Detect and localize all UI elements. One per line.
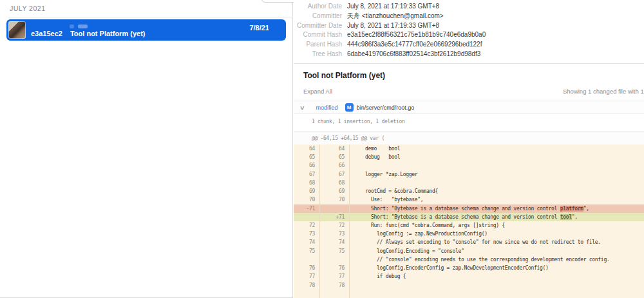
diff-line: 6464 demo bool bbox=[294, 144, 644, 153]
code-text: if debug { bbox=[350, 272, 644, 281]
code-text: Run: func(cmd *cobra.Command, args []str… bbox=[350, 221, 644, 230]
metadata-label: Committer bbox=[294, 12, 342, 21]
old-line-number: 65 bbox=[294, 153, 320, 161]
file-diff-header[interactable]: ∨ modified M bin/server/cmd/root.go bbox=[294, 101, 644, 114]
code-text: logConfig.EncoderConfig = zap.NewDevelop… bbox=[350, 264, 644, 272]
metadata-row: Parent Hash444c986f3a3e5c14777cff0e2e066… bbox=[294, 40, 644, 50]
old-line-number: 64 bbox=[294, 144, 320, 153]
hunk-header-text: @@ -64,15 +64,15 @@ var ( bbox=[312, 135, 384, 141]
code-text: // "console" encoding needs to use the c… bbox=[350, 255, 644, 264]
chevron-down-icon[interactable]: ∨ bbox=[299, 104, 305, 111]
metadata-value: July 8, 2021 at 17:19:33 GMT+8 bbox=[347, 2, 439, 12]
code-text bbox=[350, 161, 644, 170]
new-line-number: 68 bbox=[320, 179, 350, 187]
new-line-number: +71 bbox=[320, 213, 350, 221]
metadata-label: Committer Date bbox=[294, 21, 342, 31]
code-text: logConfig.Encoding = "console" bbox=[350, 247, 644, 255]
diff-line: 6868 bbox=[294, 179, 644, 187]
commit-date: 7/8/21 bbox=[249, 24, 269, 32]
diff-line: 7575 logConfig.Encoding = "console" bbox=[294, 247, 644, 255]
new-line-number: 67 bbox=[320, 170, 350, 179]
hunk-header: @@ -64,15 +64,15 @@ var ( bbox=[294, 131, 644, 144]
metadata-label: Parent Hash bbox=[294, 40, 342, 50]
metadata-value: e3a15ec2f88f56321c75e1b81b9c740e6da9b0a0 bbox=[347, 30, 486, 40]
commit-detail-panel: Author DateJuly 8, 2021 at 17:19:33 GMT+… bbox=[294, 0, 644, 298]
diff-line: 7777 if debug { bbox=[294, 272, 644, 281]
commit-list-item[interactable]: 7/8/21 e3a15ec2Tool not Platform (yet) bbox=[6, 19, 286, 41]
diff-line: 7272 Run: func(cmd *cobra.Command, args … bbox=[294, 221, 644, 230]
commit-metadata: Author DateJuly 8, 2021 at 17:19:33 GMT+… bbox=[294, 2, 644, 59]
new-line-number: 76 bbox=[320, 264, 350, 272]
old-line-number: 73 bbox=[294, 230, 320, 238]
avatar bbox=[8, 21, 26, 39]
old-line-number bbox=[294, 213, 320, 221]
diff-line: 7070 Use: "bytebase", bbox=[294, 195, 644, 204]
metadata-row: Committer天舟 <tianzhouchen@gmail.com> bbox=[294, 12, 644, 21]
diff-line: 6969 rootCmd = &cobra.Command{ bbox=[294, 187, 644, 195]
app-window: JULY 2021 7/8/21 e3a15ec2Tool not Platfo… bbox=[0, 0, 644, 298]
old-line-number: 67 bbox=[294, 170, 320, 179]
diff-line: 6565 debug bool bbox=[294, 153, 644, 161]
new-line-number: 74 bbox=[320, 238, 350, 246]
commit-list-panel: JULY 2021 7/8/21 e3a15ec2Tool not Platfo… bbox=[0, 0, 293, 298]
metadata-label: Tree Hash bbox=[294, 50, 342, 59]
redacted-badge bbox=[78, 25, 88, 28]
old-line-number: -71 bbox=[294, 204, 320, 213]
old-line-number: 68 bbox=[294, 179, 320, 187]
diff-line: 7474 // Always set encoding to "console"… bbox=[294, 238, 644, 246]
code-text bbox=[350, 290, 644, 298]
code-text: demo bool bbox=[350, 144, 644, 153]
word-diff-highlight: platform bbox=[560, 206, 583, 212]
new-line-number: 72 bbox=[320, 221, 350, 230]
expand-all-button[interactable]: Expand All bbox=[303, 88, 332, 95]
code-text: // Always set encoding to "console" for … bbox=[350, 238, 644, 246]
commit-message: Tool not Platform (yet) bbox=[70, 30, 146, 37]
code-text: rootCmd = &cobra.Command{ bbox=[350, 187, 644, 195]
redacted-badge bbox=[70, 25, 74, 28]
diff-line: // "console" encoding needs to use the c… bbox=[294, 255, 644, 264]
new-line-number: 66 bbox=[320, 161, 350, 170]
new-line-number: 77 bbox=[320, 272, 350, 281]
metadata-label: Author Date bbox=[294, 2, 342, 12]
code-text bbox=[350, 281, 644, 290]
metadata-divider bbox=[294, 63, 644, 64]
old-line-number: 78 bbox=[294, 281, 320, 290]
new-line-number bbox=[320, 255, 350, 264]
file-path: bin/server/cmd/root.go bbox=[357, 104, 415, 111]
new-line-number: 75 bbox=[320, 247, 350, 255]
code-text: logger *zap.Logger bbox=[350, 170, 644, 179]
new-line-number: 70 bbox=[320, 195, 350, 204]
old-line-number bbox=[294, 290, 320, 298]
metadata-row: Commit Hashe3a15ec2f88f56321c75e1b81b9c7… bbox=[294, 30, 644, 40]
diff-line: 6666 bbox=[294, 161, 644, 170]
diff-line: 7373 logConfig := zap.NewProductionConfi… bbox=[294, 230, 644, 238]
old-line-number: 70 bbox=[294, 195, 320, 204]
new-line-number: 65 bbox=[320, 153, 350, 161]
diff-line: 7878 bbox=[294, 281, 644, 290]
metadata-value: July 8, 2021 at 17:19:33 GMT+8 bbox=[347, 21, 439, 31]
new-line-number: 73 bbox=[320, 230, 350, 238]
code-text: Use: "bytebase", bbox=[350, 195, 644, 204]
new-line-number bbox=[320, 204, 350, 213]
old-line-number: 77 bbox=[294, 272, 320, 281]
new-line-number bbox=[320, 290, 350, 298]
new-line-number: 69 bbox=[320, 187, 350, 195]
commit-group-header: JULY 2021 bbox=[10, 5, 45, 12]
changed-files-summary: Showing 1 changed file with 1 add bbox=[563, 88, 644, 95]
old-line-number: 75 bbox=[294, 247, 320, 255]
code-text: debug bool bbox=[350, 153, 644, 161]
code-text: Short: "Bytebase is a database schema ch… bbox=[350, 213, 644, 221]
modified-badge: M bbox=[345, 103, 354, 112]
chunk-info: 1 chunk, 1 insertion, 1 deletion bbox=[312, 119, 405, 124]
metadata-row: Tree Hash6dabe419706c6f883ff02514c3bf261… bbox=[294, 50, 644, 59]
code-text: logConfig := zap.NewProductionConfig() bbox=[350, 230, 644, 238]
metadata-value: 天舟 <tianzhouchen@gmail.com> bbox=[347, 12, 444, 21]
commit-hash-short: e3a15ec2 bbox=[31, 30, 62, 37]
diff-line: +71 Short: "Bytebase is a database schem… bbox=[294, 213, 644, 221]
metadata-label: Commit Hash bbox=[294, 30, 342, 40]
old-line-number: 69 bbox=[294, 187, 320, 195]
metadata-value: 444c986f3a3e5c14777cff0e2e0669296bed122f bbox=[347, 40, 482, 50]
new-line-number: 78 bbox=[320, 281, 350, 290]
old-line-number: 66 bbox=[294, 161, 320, 170]
diff-code-area: 6464 demo bool6565 debug bool66666767 lo… bbox=[294, 144, 644, 298]
